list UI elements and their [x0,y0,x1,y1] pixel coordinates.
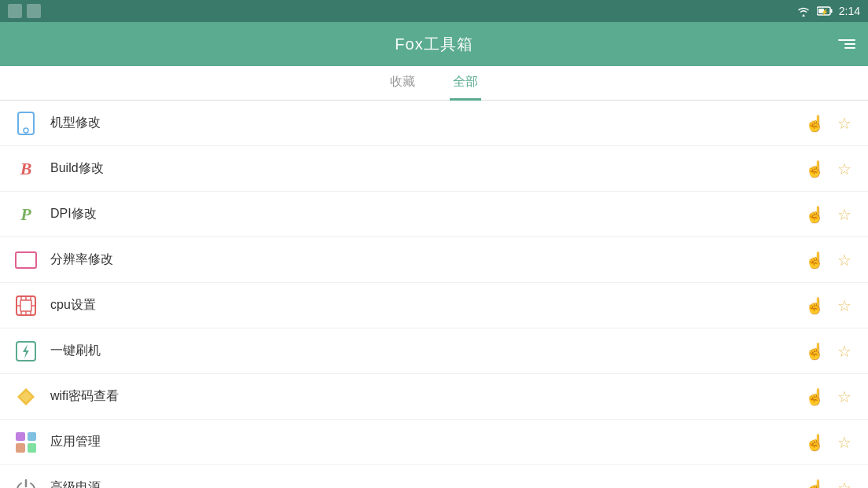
power-label: 高级电源 [50,479,804,488]
status-square-1 [8,4,22,18]
list-item-cpu[interactable]: cpu设置 ☝ ☆ [0,283,868,328]
power-touch-btn[interactable]: ☝ [804,477,826,489]
cpu-touch-btn[interactable]: ☝ [804,295,826,317]
wifi-actions: ☝ ☆ [804,386,855,408]
build-touch-btn[interactable]: ☝ [804,158,826,180]
status-left [8,4,41,18]
power-icon [13,475,39,489]
list-item-power[interactable]: 高级电源 ☝ ☆ [0,465,868,488]
flash-actions: ☝ ☆ [804,340,855,362]
battery-icon: ⚡ [817,6,833,16]
power-star-btn[interactable]: ☆ [833,477,855,489]
list-item-dpi[interactable]: P DPI修改 ☝ ☆ [0,192,868,237]
phone-model-icon [13,110,39,137]
wifi-star-btn[interactable]: ☆ [833,386,855,408]
apps-label: 应用管理 [50,434,804,450]
flash-icon [13,338,39,365]
flash-star-btn[interactable]: ☆ [833,340,855,362]
apps-icon [13,429,39,456]
apps-actions: ☝ ☆ [804,431,855,453]
build-star-btn[interactable]: ☆ [833,158,855,180]
dpi-star-btn[interactable]: ☆ [833,204,855,226]
toolbar-title: Fox工具箱 [395,34,473,55]
build-icon: B [13,156,39,182]
list-item-apps[interactable]: 应用管理 ☝ ☆ [0,420,868,465]
status-square-2 [27,4,41,18]
wifi-diamond-icon [13,383,39,410]
phone-model-star-btn[interactable]: ☆ [833,112,855,134]
toolbar-menu-button[interactable] [838,39,855,49]
status-right: ⚡ 2:14 [796,5,860,17]
list-item-wifi[interactable]: wifi密码查看 ☝ ☆ [0,374,868,420]
menu-line-2 [844,43,855,45]
resolution-star-btn[interactable]: ☆ [833,249,855,271]
list-item-flash[interactable]: 一键刷机 ☝ ☆ [0,328,868,374]
power-actions: ☝ ☆ [804,477,855,489]
list-item-build[interactable]: B Build修改 ☝ ☆ [0,146,868,192]
apps-star-btn[interactable]: ☆ [833,431,855,453]
status-time: 2:14 [839,5,860,17]
cpu-icon [13,292,39,319]
resolution-label: 分辨率修改 [50,251,804,268]
wifi-icon [796,6,811,17]
dpi-touch-btn[interactable]: ☝ [804,204,826,226]
list-item-phone-model[interactable]: 机型修改 ☝ ☆ [0,101,868,146]
dpi-icon: P [13,201,39,228]
cpu-star-btn[interactable]: ☆ [833,295,855,317]
cpu-label: cpu设置 [50,297,804,314]
tab-favorites[interactable]: 收藏 [387,66,418,101]
resolution-icon [13,247,39,273]
wifi-touch-btn[interactable]: ☝ [804,386,826,408]
wifi-label: wifi密码查看 [50,388,804,405]
svg-rect-8 [20,300,31,311]
resolution-actions: ☝ ☆ [804,249,855,271]
menu-line-3 [844,47,855,49]
tool-list: 机型修改 ☝ ☆ B Build修改 ☝ ☆ P DPI修改 ☝ ☆ [0,101,868,488]
svg-point-5 [24,128,28,133]
cpu-actions: ☝ ☆ [804,295,855,317]
tabs-container: 收藏 全部 [0,66,868,101]
svg-rect-1 [830,9,832,13]
dpi-actions: ☝ ☆ [804,204,855,226]
phone-model-actions: ☝ ☆ [804,112,855,134]
svg-rect-4 [18,112,34,134]
svg-text:⚡: ⚡ [821,8,829,16]
menu-line-1 [838,39,855,41]
svg-rect-6 [16,252,36,268]
svg-marker-18 [23,344,29,358]
tab-all[interactable]: 全部 [450,66,481,101]
flash-label: 一键刷机 [50,343,804,359]
build-label: Build修改 [50,160,804,177]
list-item-resolution[interactable]: 分辨率修改 ☝ ☆ [0,237,868,283]
dpi-label: DPI修改 [50,206,804,222]
toolbar: Fox工具箱 [0,22,868,66]
phone-model-label: 机型修改 [50,115,804,131]
apps-touch-btn[interactable]: ☝ [804,431,826,453]
build-actions: ☝ ☆ [804,158,855,180]
flash-touch-btn[interactable]: ☝ [804,340,826,362]
phone-model-touch-btn[interactable]: ☝ [804,112,826,134]
resolution-touch-btn[interactable]: ☝ [804,249,826,271]
status-bar: ⚡ 2:14 [0,0,868,22]
